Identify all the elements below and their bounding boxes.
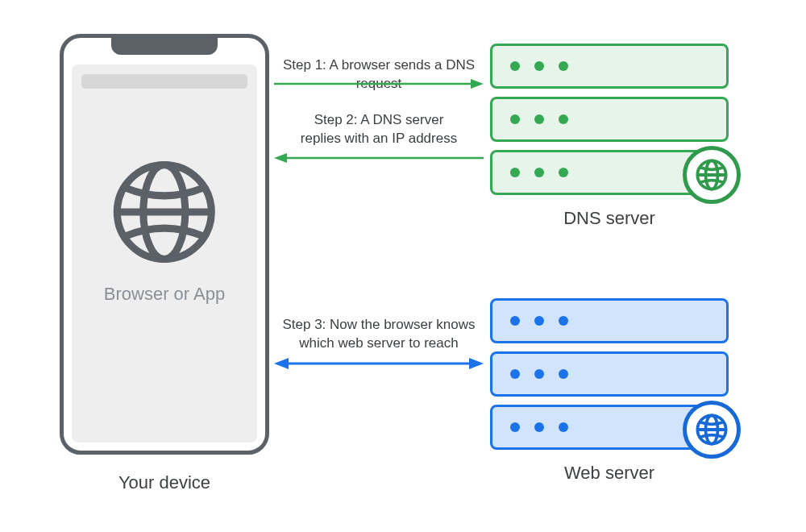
svg-marker-14 [274, 358, 289, 369]
status-dot [510, 61, 520, 71]
diagram-canvas: Browser or App Your device [0, 0, 806, 532]
phone-screen: Browser or App [72, 64, 257, 443]
status-dot [510, 114, 520, 124]
status-dot [559, 114, 568, 124]
status-dot [510, 422, 520, 432]
web-globe-badge [683, 401, 741, 459]
status-dot [510, 168, 520, 177]
address-bar [81, 74, 247, 89]
step3-line2: which web server to reach [299, 335, 458, 351]
arrow-step2 [274, 152, 484, 164]
status-dot [534, 61, 544, 71]
status-dot [559, 316, 568, 326]
step2-label: Step 2: A DNS server replies with an IP … [274, 111, 484, 148]
step2-line2: replies with an IP address [301, 131, 457, 146]
server-rack [490, 405, 729, 450]
status-dot [534, 168, 544, 177]
svg-marker-15 [469, 358, 484, 369]
status-dot [510, 369, 520, 379]
server-rack [490, 44, 729, 89]
svg-marker-12 [274, 153, 287, 163]
server-rack [490, 150, 729, 195]
web-server: Web server [490, 298, 729, 484]
web-caption: Web server [490, 463, 729, 484]
arrow-step3 [274, 356, 484, 371]
dns-server: DNS server [490, 44, 729, 229]
svg-marker-10 [471, 79, 484, 89]
arrow-step1 [274, 77, 484, 90]
globe-icon [112, 160, 217, 264]
step2-line1: Step 2: A DNS server [314, 112, 444, 127]
status-dot [534, 422, 544, 432]
status-dot [534, 369, 544, 379]
dns-caption: DNS server [490, 208, 729, 229]
browser-icon-group: Browser or App [104, 160, 225, 305]
device-caption: Your device [60, 472, 269, 493]
server-rack [490, 298, 729, 343]
status-dot [510, 316, 520, 326]
server-rack [490, 351, 729, 397]
status-dot [559, 422, 568, 432]
globe-icon [695, 413, 729, 447]
browser-label: Browser or App [104, 284, 225, 305]
status-dot [534, 316, 544, 326]
step3-line1: Step 3: Now the browser knows [282, 317, 475, 332]
status-dot [559, 168, 568, 177]
status-dot [559, 61, 568, 71]
status-dot [559, 369, 568, 379]
dns-globe-badge [683, 146, 741, 204]
globe-icon [695, 158, 729, 192]
status-dot [534, 114, 544, 124]
server-rack [490, 97, 729, 142]
step3-label: Step 3: Now the browser knows which web … [274, 316, 484, 353]
phone-notch [111, 37, 218, 55]
device-phone: Browser or App [60, 34, 269, 455]
